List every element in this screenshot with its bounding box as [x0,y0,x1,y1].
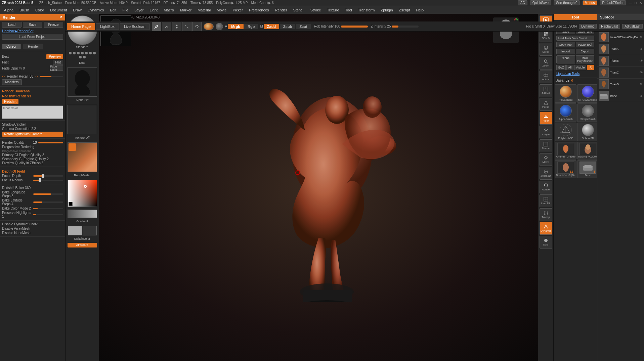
sphere3d-item[interactable]: Sphere3D [577,123,597,141]
live-boolean-tab[interactable]: Live Boolean [120,23,150,30]
load-tools-from-project-button[interactable]: Load Tools From Project [556,36,594,41]
visible-button[interactable]: Visible [574,65,586,70]
zoom-button[interactable]: Zoom [540,57,552,70]
paste-tool-button[interactable]: Paste Tool [576,42,595,47]
disable-dynsubdiv[interactable]: Disable DynamicSubdiv [2,222,63,226]
menu-dynamics[interactable]: Dynamics [85,7,106,13]
render-tab[interactable]: Render [24,44,43,49]
menu-marker[interactable]: Marker [177,7,194,13]
disable-arraymesh[interactable]: Disable ArrayMesh [2,226,63,231]
color-picker[interactable] [68,180,97,207]
gradient-preview[interactable] [68,210,97,218]
r-button[interactable]: R [587,65,594,70]
flat-option[interactable]: Flat [53,60,63,65]
mrgb-grabber-item[interactable]: MRGBZGrabber [577,84,597,103]
subtool-vase-item[interactable]: VaseOfTitansClayDecimated_v 👁 [597,32,644,43]
rotate-mode-btn[interactable] [192,22,202,31]
rotate-button[interactable]: Rotate [540,181,552,193]
menu-light[interactable]: Light [147,7,161,13]
lightbox-tab[interactable]: LightBox [96,23,119,30]
base-item[interactable]: 6 Base [577,160,597,178]
fade-color-swatch[interactable]: Fade Color [50,65,63,71]
goz-button[interactable]: GoZ [556,65,566,70]
lsym-button[interactable]: L.Sym [540,126,552,138]
save-button[interactable]: Save [23,22,42,28]
transp-button[interactable]: Transp [540,208,552,221]
texture-off-preview[interactable] [68,105,97,134]
disable-nanomesh[interactable]: Disable NanoMesh [2,231,63,235]
menu-file[interactable]: File [120,7,131,13]
menus-button[interactable]: Menus [583,0,597,5]
menu-zscript[interactable]: Zscript [396,7,413,13]
home-page-tab[interactable]: Home Page [67,23,95,30]
alpha-brush-item[interactable]: AlphaBrush [555,103,576,122]
subtool-base-item[interactable]: Base 👁 [597,90,644,102]
subtool-titanb-item[interactable]: TitanB 👁 [597,55,644,67]
rough-metal-preview[interactable] [68,142,97,172]
scroll-button[interactable]: Scroll [540,43,552,56]
export-button[interactable]: Export [576,49,595,54]
clone-button[interactable]: Clone [556,55,575,63]
alternate-button[interactable]: Alternate [68,243,97,247]
menu-texture[interactable]: Texture [324,7,342,13]
load-from-project-button[interactable]: Load From Project [2,34,63,40]
default-script-button[interactable]: DefaultZScript [600,0,626,5]
aahal-button[interactable]: AAHalf [540,84,552,97]
donnie-item[interactable]: 11 DonnieYen1l(De [555,160,576,178]
import-button[interactable]: Import [556,49,575,54]
move-button[interactable]: Move [540,153,552,166]
freeze-button[interactable]: Freeze [44,22,63,28]
quick-save-button[interactable]: QuickSave [530,0,551,5]
refresh-icon[interactable]: ↺ [59,15,62,19]
menu-render[interactable]: Render [272,7,290,13]
scale-mode-btn[interactable] [182,22,191,31]
actual-button[interactable]: Actual [540,71,552,83]
alpha-off-preview[interactable] [68,67,97,97]
move-mode-btn[interactable] [172,22,181,31]
rotate-lights-btn[interactable]: Rotate lights with Camera [2,132,63,137]
ac-button[interactable]: AC [518,0,527,5]
menu-edit[interactable]: Edit [107,7,119,13]
modifiers-button[interactable]: Modifiers [2,79,22,85]
minimize-button[interactable]: — [629,1,632,5]
maximize-button[interactable]: □ [635,1,637,5]
floor-button[interactable]: Floor [540,112,552,125]
menu-tool[interactable]: Tool [343,7,355,13]
zcut-button[interactable]: Zcut [296,24,310,29]
all-button[interactable]: All [566,65,574,70]
lightbox-render-set-link[interactable]: Lightbox▶RenderSet [2,29,34,33]
rgb-button[interactable]: Rgb [244,24,258,29]
cursor-tab[interactable]: Cursor [2,44,21,49]
draw-mode-btn[interactable] [162,22,171,31]
menu-picker[interactable]: Picker [230,7,246,13]
menu-transform[interactable]: Transform [355,7,378,13]
menu-preferences[interactable]: Preferences [246,7,271,13]
menu-brush[interactable]: Brush [17,7,32,13]
close-button[interactable]: ✕ [639,1,642,5]
subtool-titand-item[interactable]: TitanD 👁 [597,79,644,90]
menu-document[interactable]: Document [47,7,70,13]
replay-last-btn[interactable]: ReplayLast [599,24,620,29]
current-material-ball[interactable] [204,23,214,30]
menu-macro[interactable]: Macro [161,7,177,13]
menu-zplugin[interactable]: Zplugin [378,7,395,13]
menu-color[interactable]: Color [33,7,47,13]
menu-layer[interactable]: Layer [132,7,146,13]
menu-alpha[interactable]: Alpha [1,7,16,13]
rgb-intensity-track[interactable] [341,26,368,28]
edit-mode-btn[interactable] [152,22,161,31]
frame-button[interactable]: Frame [540,139,552,152]
holding-item[interactable]: holding_v02Low [577,142,597,160]
artemis-item[interactable]: Artemis_Greyho [555,142,576,160]
solo-button[interactable]: Solo [540,236,552,249]
poly-mesh3d-item[interactable]: PolyMesh3D [555,123,576,141]
menu-stencil[interactable]: Stencil [291,7,307,13]
linefill-button[interactable]: Line Fill [540,194,552,207]
adjust-last-btn[interactable]: AdjustLast [622,24,643,29]
dynamic-button[interactable]: Dynamic [540,222,552,235]
viewport[interactable]: -0.742,0.204,0.043 [99,14,538,361]
floor-color-swatch[interactable]: Floor Color [2,105,63,119]
poly-sphere-item[interactable]: PolySphere [555,84,576,103]
zoom3d-button[interactable]: Zoom3D [540,167,552,180]
mrgb-button[interactable]: Mrgb [228,24,244,29]
